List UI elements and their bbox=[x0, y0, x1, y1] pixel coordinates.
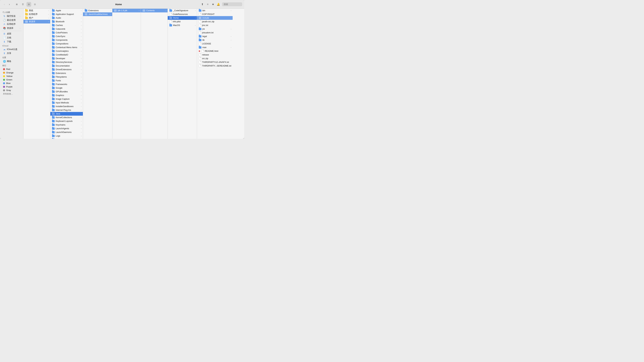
sidebar-item-red[interactable]: Red bbox=[1, 67, 23, 71]
col7-thirdparty1[interactable]: THIRDPARTYLE-JAVAFX.txt bbox=[197, 60, 232, 64]
col3-javavms[interactable]: JavaVirtualMachines › bbox=[83, 12, 112, 16]
col2-developer[interactable]: Developer › bbox=[50, 57, 83, 60]
col2-launchdaemons[interactable]: LaunchDaemons › bbox=[50, 130, 83, 134]
col2-keychains[interactable]: Keychains › bbox=[50, 123, 83, 127]
sidebar-item-yellow[interactable]: Yellow bbox=[1, 74, 23, 78]
col6-macos[interactable]: MacOS › bbox=[168, 23, 197, 27]
col7-lib[interactable]: lib › bbox=[197, 38, 232, 42]
col2-installersandboxes[interactable]: InstallerSandboxes › bbox=[50, 105, 83, 108]
col7-readme[interactable]: README.html bbox=[197, 49, 232, 53]
folder-icon bbox=[52, 42, 55, 45]
col1-item-apps[interactable]: 应用程序 › bbox=[24, 12, 50, 16]
col7-jvisualvm[interactable]: jvisualvm.txt bbox=[197, 31, 232, 34]
col6-coderesources[interactable]: CodeResources bbox=[168, 12, 197, 16]
tag-button[interactable]: ⌗ bbox=[205, 2, 210, 7]
col5-label-contents: Contents bbox=[146, 9, 165, 12]
col2-coremedialo[interactable]: CoreMediaIO › bbox=[50, 53, 83, 57]
col7-release[interactable]: release bbox=[197, 53, 232, 57]
col7-bin[interactable]: bin › bbox=[197, 9, 232, 12]
share-button[interactable]: ⬆ bbox=[200, 2, 204, 7]
icon-view-button[interactable]: ⊞ bbox=[14, 2, 19, 7]
sidebar-item-green[interactable]: Green bbox=[1, 78, 23, 81]
col2-imagecapture[interactable]: Image Capture › bbox=[50, 97, 83, 101]
col2-colorsync[interactable]: ColorSync › bbox=[50, 34, 83, 38]
col2-driverext[interactable]: DriverExtensions › bbox=[50, 68, 83, 71]
col2-logs[interactable]: Logs › bbox=[50, 134, 83, 138]
col7-include[interactable]: include › bbox=[197, 16, 232, 20]
col7-license[interactable]: LICENSE bbox=[197, 42, 232, 45]
col2-keyboardlayouts[interactable]: Keyboard Layouts › bbox=[50, 119, 83, 123]
arrow: › bbox=[81, 76, 82, 78]
column-view-button[interactable]: ⊟ bbox=[26, 2, 31, 7]
col1-item-system[interactable]: 系统 › bbox=[24, 9, 50, 12]
sidebar-item-network[interactable]: 🌐 网络 bbox=[1, 59, 23, 63]
col7-srczip[interactable]: src.zip bbox=[197, 57, 232, 60]
list-view-button[interactable]: ☰ bbox=[20, 2, 25, 7]
back-button[interactable]: ‹ bbox=[2, 2, 7, 7]
col2-catacomb[interactable]: Catacomb › bbox=[50, 27, 83, 31]
col2-coreanalytics[interactable]: CoreAnalytics › bbox=[50, 49, 83, 53]
col2-inputmethods[interactable]: Input Methods › bbox=[50, 101, 83, 105]
col6-home[interactable]: Home › bbox=[168, 16, 197, 20]
col1-item-users[interactable]: 用户 › bbox=[24, 16, 50, 20]
col2-compositions[interactable]: Compositions › bbox=[50, 42, 83, 45]
sidebar-item-share[interactable]: ⬆ 共享 bbox=[1, 51, 23, 55]
action-button[interactable]: ★ bbox=[211, 2, 215, 7]
search-input[interactable] bbox=[222, 2, 242, 6]
col2-apple[interactable]: Apple › bbox=[50, 9, 83, 12]
col2-filesystems[interactable]: Filesystems › bbox=[50, 75, 83, 79]
gallery-view-button[interactable]: ⊡ bbox=[32, 2, 37, 7]
col2-extensions[interactable]: Extensions › bbox=[50, 71, 83, 75]
col6-codesig[interactable]: _CodeSignature › bbox=[168, 9, 197, 12]
col4-jdk18[interactable]: jdk-1.8.jdk › bbox=[112, 9, 141, 12]
col7-thirdparty2[interactable]: THIRDPARTY...SEREADME.txt bbox=[197, 64, 232, 68]
col2-documentation[interactable]: Documentation › bbox=[50, 64, 83, 68]
col2-kernelcollections[interactable]: KernelCollections › bbox=[50, 116, 83, 119]
arrow: › bbox=[81, 139, 82, 139]
col3-extensions[interactable]: Extensions › bbox=[83, 9, 112, 12]
sidebar-item-apps[interactable]: A 应用程序 bbox=[1, 22, 23, 26]
col2-colorpickers[interactable]: ColorPickers › bbox=[50, 31, 83, 34]
col2-gpubundles[interactable]: GPUBundles › bbox=[50, 90, 83, 93]
col2-contextual[interactable]: Contextual Menu Items › bbox=[50, 45, 83, 49]
col1-item-library[interactable]: 资源库 › bbox=[24, 20, 50, 23]
sidebar-item-blue[interactable]: Blue bbox=[1, 81, 23, 85]
col2-label-graphics: Graphics bbox=[56, 94, 80, 96]
col2-launchagents[interactable]: LaunchAgents › bbox=[50, 127, 83, 130]
col6-infoplist[interactable]: Info.plist bbox=[168, 20, 197, 23]
sidebar-item-recents[interactable]: 🕐 最近使用 bbox=[1, 18, 23, 22]
sidebar-item-gray[interactable]: Gray bbox=[1, 88, 23, 92]
col2-components[interactable]: Components › bbox=[50, 38, 83, 42]
col2-modemscripts[interactable]: Modem Scripts › bbox=[50, 138, 83, 139]
col7-legal[interactable]: legal › bbox=[197, 34, 232, 38]
col2-fonts[interactable]: Fonts › bbox=[50, 79, 83, 82]
sidebar-item-icloud[interactable]: ☁ iCloud云盘 bbox=[1, 47, 23, 51]
col2-label-kernelcollections: KernelCollections bbox=[56, 116, 80, 119]
col2-java[interactable]: Java › bbox=[50, 112, 83, 116]
col2-google[interactable]: Google › bbox=[50, 86, 83, 90]
col2-caches[interactable]: Caches › bbox=[50, 23, 83, 27]
sidebar-item-docs[interactable]: 📄 文稿 bbox=[1, 36, 23, 40]
notification-button[interactable]: 🔔 bbox=[216, 2, 221, 7]
col5-contents[interactable]: Contents › bbox=[141, 9, 168, 12]
col7-copyright[interactable]: COPYRIGHT bbox=[197, 12, 232, 16]
col2-dirservices[interactable]: DirectoryServices › bbox=[50, 60, 83, 64]
sidebar-item-all-tags[interactable]: 所有标签... bbox=[1, 92, 23, 96]
sidebar-item-airdrop[interactable]: ⇅ 隔空投送 › bbox=[1, 14, 23, 18]
col2-frameworks[interactable]: Frameworks › bbox=[50, 82, 83, 86]
col2-graphics[interactable]: Graphics › bbox=[50, 93, 83, 97]
col2-internetplugins[interactable]: Internet Plug-Ins › bbox=[50, 108, 83, 112]
col7-man[interactable]: man › bbox=[197, 45, 232, 49]
forward-button[interactable]: › bbox=[7, 2, 12, 7]
sidebar-item-purple[interactable]: Purple bbox=[1, 85, 23, 88]
col7-javafxsrc[interactable]: javafx-src.zip bbox=[197, 20, 232, 23]
sidebar-item-desktop[interactable]: 🖥 桌面 bbox=[1, 32, 23, 36]
sidebar-item-downloads[interactable]: ⬇ 下载 bbox=[1, 40, 23, 44]
col2-bluetooth[interactable]: Bluetooth › bbox=[50, 20, 83, 23]
col2-audio[interactable]: Audio › bbox=[50, 16, 83, 20]
col7-jmctxt[interactable]: jmc.txt bbox=[197, 23, 232, 27]
col2-appsupport[interactable]: Application Support › bbox=[50, 12, 83, 16]
sidebar-item-library[interactable]: 📚 资源库 › bbox=[1, 26, 23, 30]
col7-jre[interactable]: jre › bbox=[197, 27, 232, 31]
sidebar-item-orange[interactable]: Orange bbox=[1, 71, 23, 74]
